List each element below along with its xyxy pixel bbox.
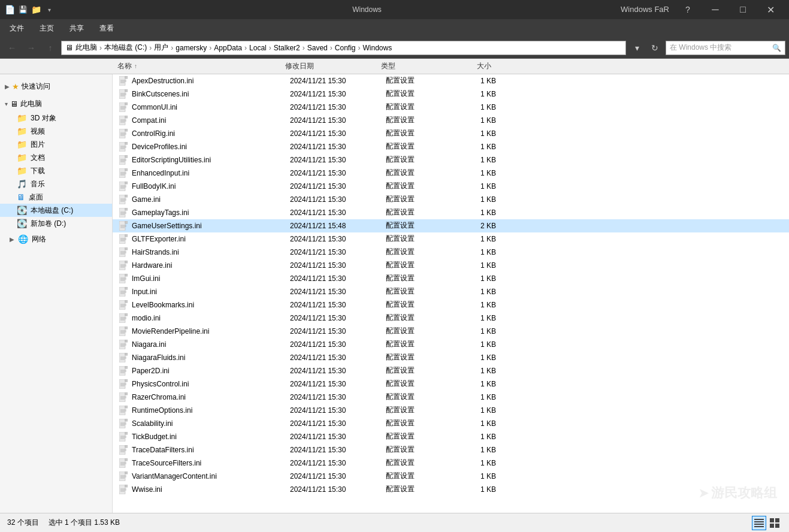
table-row[interactable]: ImGui.ini 2024/11/21 15:30 配置设置 1 KB: [113, 272, 789, 285]
file-type: 配置设置: [381, 352, 453, 362]
file-icon-17: [117, 300, 129, 310]
sidebar-item-network[interactable]: ▶ 🌐 网络: [0, 232, 112, 246]
table-row[interactable]: VariantManagerContent.ini 2024/11/21 15:…: [113, 470, 789, 483]
table-row[interactable]: MovieRenderPipeline.ini 2024/11/21 15:30…: [113, 325, 789, 338]
col-header-name[interactable]: 名称 ↑: [113, 61, 280, 71]
table-row[interactable]: EditorScriptingUtilities.ini 2024/11/21 …: [113, 153, 789, 167]
help-button[interactable]: ?: [674, 0, 702, 19]
menu-file[interactable]: 文件: [2, 21, 31, 36]
table-row[interactable]: TraceSourceFilters.ini 2024/11/21 15:30 …: [113, 457, 789, 470]
table-row[interactable]: ApexDestruction.ini 2024/11/21 15:30 配置设…: [113, 74, 789, 87]
save-icon: 💾: [18, 5, 28, 14]
table-row[interactable]: HairStrands.ini 2024/11/21 15:30 配置设置 1 …: [113, 246, 789, 259]
address-path[interactable]: 🖥 此电脑 › 本地磁盘 (C:) › 用户 › gamersky › AppD…: [61, 41, 626, 55]
sidebar-item-3d[interactable]: 📁 3D 对象: [0, 111, 112, 125]
svg-rect-44: [125, 168, 128, 171]
table-row[interactable]: Niagara.ini 2024/11/21 15:30 配置设置 1 KB: [113, 338, 789, 351]
table-row[interactable]: TickBudget.ini 2024/11/21 15:30 配置设置 1 K…: [113, 430, 789, 443]
svg-rect-164: [125, 432, 128, 434]
path-gamersky[interactable]: gamersky: [176, 44, 207, 52]
table-row[interactable]: DeviceProfiles.ini 2024/11/21 15:30 配置设置…: [113, 140, 789, 153]
table-row[interactable]: Input.ini 2024/11/21 15:30 配置设置 1 KB: [113, 285, 789, 298]
back-button[interactable]: ←: [4, 40, 20, 56]
desktop-folder-icon: 🖥: [17, 192, 25, 202]
sidebar-item-desktop[interactable]: 🖥 桌面: [0, 191, 112, 204]
menu-home[interactable]: 主页: [32, 21, 61, 36]
path-users[interactable]: 用户: [154, 43, 168, 53]
dropdown-path-button[interactable]: ▾: [628, 40, 645, 56]
svg-rect-98: [125, 287, 128, 289]
table-row[interactable]: Paper2D.ini 2024/11/21 15:30 配置设置 1 KB: [113, 364, 789, 377]
forward-button[interactable]: →: [23, 40, 40, 56]
sidebar-item-drive-d[interactable]: 💽 新加卷 (D:): [0, 217, 112, 230]
path-windows[interactable]: Windows: [362, 44, 392, 52]
table-row[interactable]: Hardware.ini 2024/11/21 15:30 配置设置 1 KB: [113, 259, 789, 272]
documents-folder-icon: 📁: [17, 153, 27, 162]
table-row[interactable]: Compat.ini 2024/11/21 15:30 配置设置 1 KB: [113, 114, 789, 127]
close-button[interactable]: ✕: [757, 0, 784, 19]
table-row[interactable]: modio.ini 2024/11/21 15:30 配置设置 1 KB: [113, 312, 789, 325]
file-icon-1: [117, 89, 129, 99]
table-row[interactable]: GLTFExporter.ini 2024/11/21 15:30 配置设置 1…: [113, 232, 789, 246]
file-date: 2024/11/21 15:30: [285, 77, 381, 85]
file-type: 配置设置: [381, 313, 453, 323]
table-row[interactable]: GameUserSettings.ini 2024/11/21 15:48 配置…: [113, 219, 789, 232]
main-layout: ▶ ★ 快速访问 ▾ 🖥 此电脑 📁 3D 对象 📁 视频 📁 图片 📁 文档 …: [0, 74, 789, 513]
col-header-size[interactable]: 大小: [448, 61, 496, 71]
file-date: 2024/11/21 15:30: [285, 485, 381, 494]
table-row[interactable]: PhysicsControl.ini 2024/11/21 15:30 配置设置…: [113, 377, 789, 391]
file-name: Wwise.ini: [132, 485, 285, 494]
table-row[interactable]: FullBodyIK.ini 2024/11/21 15:30 配置设置 1 K…: [113, 180, 789, 193]
path-config[interactable]: Config: [335, 44, 356, 52]
maximize-button[interactable]: □: [729, 0, 757, 19]
table-row[interactable]: LevelBookmarks.ini 2024/11/21 15:30 配置设置…: [113, 298, 789, 312]
file-date: 2024/11/21 15:30: [285, 129, 381, 138]
table-row[interactable]: CommonUI.ini 2024/11/21 15:30 配置设置 1 KB: [113, 101, 789, 114]
expand-this-pc-arrow-icon: ▾: [5, 101, 8, 107]
path-stalker2[interactable]: Stalker2: [274, 44, 300, 52]
table-row[interactable]: GameplayTags.ini 2024/11/21 15:30 配置设置 1…: [113, 206, 789, 219]
file-size: 1 KB: [453, 419, 501, 428]
file-date: 2024/11/21 15:30: [285, 367, 381, 375]
minimize-button[interactable]: ─: [702, 0, 729, 19]
table-row[interactable]: TraceDataFilters.ini 2024/11/21 15:30 配置…: [113, 443, 789, 457]
sidebar-item-music[interactable]: 🎵 音乐: [0, 177, 112, 191]
menu-share[interactable]: 共享: [62, 21, 91, 36]
table-row[interactable]: Game.ini 2024/11/21 15:30 配置设置 1 KB: [113, 193, 789, 206]
table-row[interactable]: RazerChroma.ini 2024/11/21 15:30 配置设置 1 …: [113, 391, 789, 404]
refresh-button[interactable]: ↻: [646, 40, 663, 56]
up-button[interactable]: ↑: [42, 40, 59, 56]
path-c[interactable]: 本地磁盘 (C:): [104, 43, 147, 53]
file-date: 2024/11/21 15:48: [285, 222, 381, 230]
svg-rect-126: [119, 353, 125, 362]
path-saved[interactable]: Saved: [307, 44, 328, 52]
path-local[interactable]: Local: [249, 44, 267, 52]
path-thispc[interactable]: 此电脑: [75, 43, 97, 53]
table-row[interactable]: Scalability.ini 2024/11/21 15:30 配置设置 1 …: [113, 417, 789, 430]
grid-view-button[interactable]: [767, 516, 782, 530]
col-header-date[interactable]: 修改日期: [280, 61, 376, 71]
svg-rect-74: [125, 234, 128, 237]
sidebar-item-documents[interactable]: 📁 文档: [0, 151, 112, 164]
table-row[interactable]: NiagaraFluids.ini 2024/11/21 15:30 配置设置 …: [113, 351, 789, 364]
sidebar-item-video[interactable]: 📁 视频: [0, 125, 112, 138]
computer-icon: 🖥: [65, 43, 73, 52]
sidebar-this-pc[interactable]: ▾ 🖥 此电脑: [0, 96, 112, 111]
file-type: 配置设置: [381, 273, 453, 283]
table-row[interactable]: EnhancedInput.ini 2024/11/21 15:30 配置设置 …: [113, 167, 789, 180]
sidebar-item-local-disk-c[interactable]: 💽 本地磁盘 (C:): [0, 204, 112, 217]
sidebar-item-pictures[interactable]: 📁 图片: [0, 138, 112, 151]
search-box[interactable]: 在 Windows 中搜索 🔍: [666, 41, 785, 55]
list-view-button[interactable]: [752, 516, 766, 530]
col-header-type[interactable]: 类型: [376, 61, 448, 71]
table-row[interactable]: RuntimeOptions.ini 2024/11/21 15:30 配置设置…: [113, 404, 789, 417]
file-list[interactable]: ApexDestruction.ini 2024/11/21 15:30 配置设…: [113, 74, 789, 513]
table-row[interactable]: ControlRig.ini 2024/11/21 15:30 配置设置 1 K…: [113, 127, 789, 140]
table-row[interactable]: Wwise.ini 2024/11/21 15:30 配置设置 1 KB: [113, 483, 789, 496]
menu-view[interactable]: 查看: [92, 21, 121, 36]
sidebar-item-downloads[interactable]: 📁 下载: [0, 164, 112, 177]
file-name: GLTFExporter.ini: [132, 235, 285, 243]
path-appdata[interactable]: AppData: [214, 44, 242, 52]
table-row[interactable]: BinkCutscenes.ini 2024/11/21 15:30 配置设置 …: [113, 87, 789, 101]
sidebar-quick-access[interactable]: ▶ ★ 快速访问: [0, 79, 112, 94]
